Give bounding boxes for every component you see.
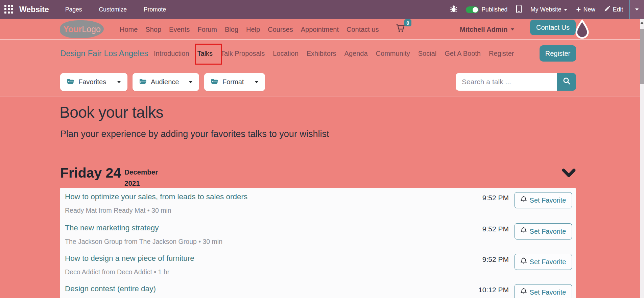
event-menu: Introduction Talks Talk Proposals Locati… (154, 40, 514, 67)
talk-actions: 9:52 PM Set Favorite (482, 223, 572, 239)
scrollbar-thumb[interactable] (640, 29, 644, 84)
talk-info: How to design a new piece of furniture D… (65, 254, 194, 276)
talk-meta: The Jackson Group from The Jackson Group… (65, 238, 222, 246)
nav-courses[interactable]: Courses (268, 26, 293, 33)
set-favorite-button[interactable]: Set Favorite (515, 223, 572, 239)
caret-down-icon (255, 81, 258, 83)
set-favorite-button[interactable]: Set Favorite (515, 284, 572, 298)
folder-open-icon (211, 78, 218, 86)
vertical-scrollbar (640, 19, 644, 298)
talk-title-link[interactable]: The new marketing strategy (65, 223, 222, 233)
admin-menu: Pages Customize Promote (65, 6, 166, 13)
bell-icon (521, 288, 527, 297)
caret-down-icon (564, 9, 567, 11)
apps-menu-button[interactable] (4, 5, 13, 15)
menu-customize[interactable]: Customize (99, 6, 127, 13)
logo-text-your: Your (63, 24, 82, 34)
set-favorite-label: Set Favorite (530, 258, 566, 266)
nav-shop[interactable]: Shop (145, 26, 161, 33)
talk-meta: Deco Addict from Deco Addict • 1 hr (65, 268, 194, 276)
audience-dropdown[interactable]: Audience (133, 73, 199, 91)
folder-open-icon (67, 78, 74, 86)
pencil-icon (604, 6, 610, 14)
talk-row: How to optimize your sales, from leads t… (65, 192, 572, 214)
caret-down-icon (189, 81, 192, 83)
collapse-day-button[interactable] (562, 168, 576, 180)
set-favorite-label: Set Favorite (530, 197, 566, 204)
talk-info: How to optimize your sales, from leads t… (65, 192, 247, 214)
talk-meta: Ready Mat from Ready Mat • 30 min (65, 207, 247, 214)
talk-actions: 9:52 PM Set Favorite (482, 192, 572, 208)
user-menu[interactable]: Mitchell Admin (460, 19, 514, 40)
scroll-up-arrow[interactable] (640, 22, 644, 24)
search-button[interactable] (557, 73, 576, 91)
app-title[interactable]: Website (19, 5, 49, 14)
nav-events[interactable]: Events (169, 26, 190, 33)
menu-promote[interactable]: Promote (144, 6, 166, 13)
caret-down-icon (635, 8, 639, 10)
folder-open-icon (139, 78, 146, 86)
systray-more-dropdown[interactable] (629, 0, 644, 19)
event-nav-introduction[interactable]: Introduction (154, 50, 189, 58)
website-header: YourLogo Home Shop Events Forum Blog Hel… (0, 19, 644, 40)
audience-label: Audience (151, 78, 179, 86)
page-title: Book your talks (59, 103, 163, 121)
set-favorite-button[interactable]: Set Favorite (515, 192, 572, 208)
event-nav-bar: Design Fair Los Angeles Introduction Tal… (0, 40, 644, 67)
talk-time: 9:52 PM (482, 254, 509, 263)
search-talk-input[interactable] (456, 73, 557, 91)
mobile-preview-icon[interactable] (516, 5, 522, 15)
event-nav-get-a-booth[interactable]: Get A Booth (445, 50, 481, 58)
talk-title-link[interactable]: How to optimize your sales, from leads t… (65, 192, 247, 202)
nav-appointment[interactable]: Appointment (301, 26, 339, 33)
apps-grid-icon (4, 5, 13, 15)
user-name: Mitchell Admin (460, 26, 507, 33)
event-nav-talk-proposals[interactable]: Talk Proposals (221, 50, 265, 58)
cart-button[interactable] (396, 24, 405, 34)
talks-list-card: How to optimize your sales, from leads t… (60, 188, 576, 298)
event-nav-agenda[interactable]: Agenda (344, 50, 368, 58)
main-content: Book your talks Plan your experience by … (0, 96, 644, 298)
talk-actions: 10:12 PM Set Favorite (478, 284, 572, 298)
day-header-month-year: December 2021 (124, 166, 158, 189)
register-button[interactable]: Register (540, 45, 576, 62)
format-dropdown[interactable]: Format (204, 73, 265, 91)
bell-icon (521, 227, 527, 236)
set-favorite-button[interactable]: Set Favorite (515, 254, 572, 270)
caret-down-icon (117, 81, 121, 83)
edit-button[interactable]: Edit (604, 6, 623, 14)
favorites-dropdown[interactable]: Favorites (60, 73, 127, 91)
new-button[interactable]: + New (576, 6, 595, 14)
bug-icon[interactable] (450, 5, 457, 14)
event-name-link[interactable]: Design Fair Los Angeles (60, 40, 148, 67)
event-nav-register[interactable]: Register (489, 50, 514, 58)
admin-top-bar: Website Pages Customize Promote Publishe… (0, 0, 644, 19)
talk-time: 9:52 PM (482, 192, 509, 202)
format-label: Format (222, 78, 244, 86)
talk-title-link[interactable]: How to design a new piece of furniture (65, 254, 194, 263)
year-label: 2021 (124, 178, 158, 189)
day-header: Friday 24 (60, 165, 121, 181)
filter-dropdowns: Favorites Audience Format (60, 73, 265, 91)
event-nav-social[interactable]: Social (418, 50, 436, 58)
event-nav-talks[interactable]: Talks (197, 50, 213, 58)
site-nav: Home Shop Events Forum Blog Help Courses… (120, 19, 379, 40)
nav-contact-us[interactable]: Contact us (347, 26, 379, 33)
website-switcher[interactable]: My Website (530, 6, 567, 13)
nav-blog[interactable]: Blog (225, 26, 238, 33)
nav-forum[interactable]: Forum (197, 26, 217, 33)
cart-count-badge: 0 (404, 19, 411, 26)
event-nav-community[interactable]: Community (376, 50, 410, 58)
menu-pages[interactable]: Pages (65, 6, 82, 13)
talk-row: Design contest (entire day) Interior des… (65, 284, 572, 298)
talk-title-link[interactable]: Design contest (entire day) (65, 284, 223, 294)
nav-home[interactable]: Home (120, 26, 138, 33)
event-nav-exhibitors[interactable]: Exhibitors (307, 50, 336, 58)
site-logo[interactable]: YourLogo (60, 20, 104, 38)
talk-info: Design contest (entire day) Interior des… (65, 284, 223, 298)
contact-us-button[interactable]: Contact Us (530, 20, 576, 35)
published-toggle[interactable] (466, 6, 479, 13)
event-nav-location[interactable]: Location (273, 50, 299, 58)
nav-help[interactable]: Help (246, 26, 260, 33)
edit-label: Edit (613, 6, 623, 13)
